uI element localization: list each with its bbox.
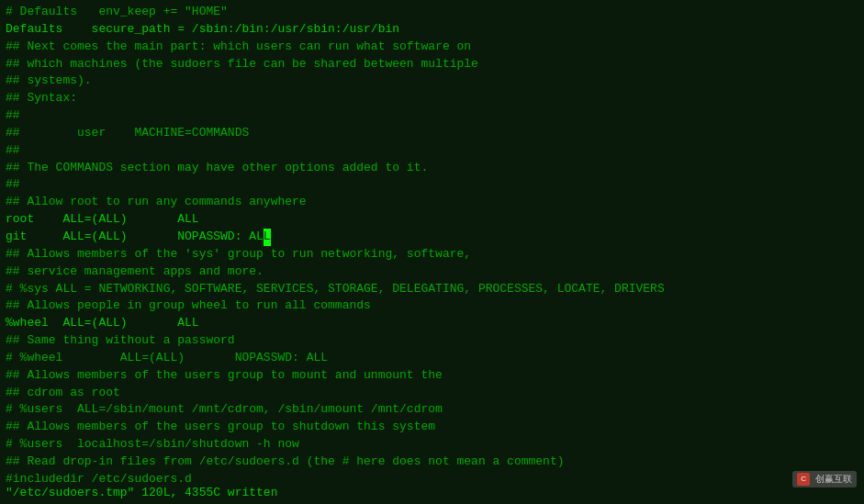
code-line: ## [6,176,858,194]
code-line: ## [6,142,858,160]
code-line: ## which machines (the sudoers file can … [6,56,858,73]
code-line: ## Allows members of the 'sys' group to … [6,246,858,263]
code-line: ## Allows people in group wheel to run a… [6,297,858,315]
code-line: %wheel ALL=(ALL) ALL [6,315,858,332]
status-bar: "/etc/sudoers.tmp" 120L, 4355C written [0,483,864,504]
code-line: # %users localhost=/sbin/shutdown -h now [6,436,858,454]
code-line: ## The COMMANDS section may have other o… [6,160,858,177]
code-line: ## Allows members of the users group to … [6,419,858,436]
watermark: C 创赢互联 [792,471,857,488]
code-line: ## Read drop-in files from /etc/sudoers.… [6,454,858,471]
code-line: # %users ALL=/sbin/mount /mnt/cdrom, /sb… [6,401,858,419]
code-line: ## cdrom as root [6,385,858,402]
code-line: Defaults secure_path = /sbin:/bin:/usr/s… [6,21,858,39]
code-line: ## Allow root to run any commands anywhe… [6,194,858,211]
code-line: ## service management apps and more. [6,263,858,281]
code-line: # Defaults env_keep += "HOME" [6,4,858,21]
code-line: ## [6,107,858,125]
code-line: ## systems). [6,73,858,90]
code-line: ## Next comes the main part: which users… [6,39,858,56]
code-line: git ALL=(ALL) NOPASSWD: ALL [6,229,858,246]
code-line: ## user MACHINE=COMMANDS [6,125,858,142]
code-line: ## Same thing without a password [6,332,858,350]
code-line: # %wheel ALL=(ALL) NOPASSWD: ALL [6,350,858,367]
code-line: # %sys ALL = NETWORKING, SOFTWARE, SERVI… [6,281,858,298]
cursor: L [264,229,271,246]
code-line: ## Allows members of the users group to … [6,367,858,385]
code-content: # Defaults env_keep += "HOME" Defaults s… [6,4,858,488]
watermark-icon: C [797,473,810,486]
watermark-text: 创赢互联 [815,474,852,484]
terminal: # Defaults env_keep += "HOME" Defaults s… [0,0,864,504]
code-line: ## Syntax: [6,90,858,107]
code-line: root ALL=(ALL) ALL [6,211,858,229]
